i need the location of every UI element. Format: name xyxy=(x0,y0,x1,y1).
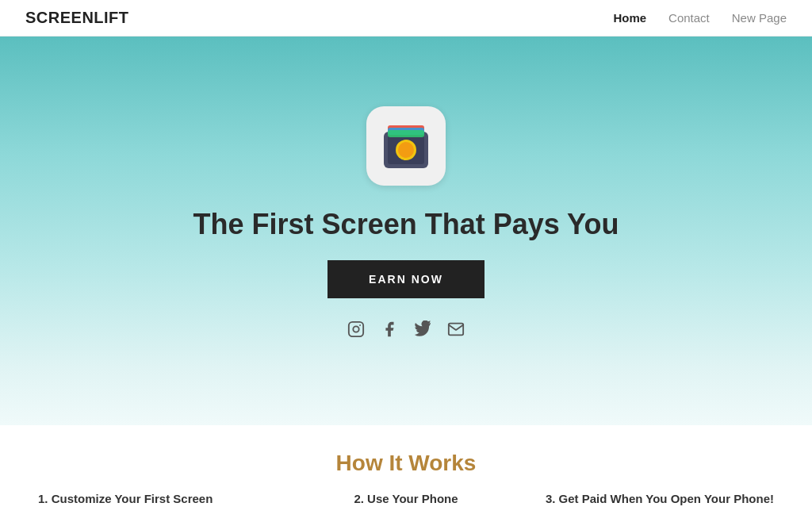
svg-rect-7 xyxy=(349,321,363,336)
site-logo: SCREENLIFT xyxy=(25,9,129,27)
facebook-icon[interactable] xyxy=(381,320,398,340)
app-icon xyxy=(366,106,446,186)
svg-rect-4 xyxy=(388,130,424,137)
step-1: 1. Customize Your First Screen xyxy=(38,492,283,505)
nav-new-page[interactable]: New Page xyxy=(732,11,787,25)
steps-row: 1. Customize Your First Screen 2. Use Yo… xyxy=(25,492,787,505)
svg-point-9 xyxy=(359,324,361,326)
svg-point-8 xyxy=(353,326,358,332)
main-nav: Home Contact New Page xyxy=(613,11,787,25)
nav-home[interactable]: Home xyxy=(613,11,646,25)
site-header: SCREENLIFT Home Contact New Page xyxy=(0,0,812,36)
email-icon[interactable] xyxy=(447,320,465,340)
how-it-works-section: How It Works 1. Customize Your First Scr… xyxy=(0,425,812,505)
earn-now-button[interactable]: EARN NOW xyxy=(327,260,485,298)
hero-title: The First Screen That Pays You xyxy=(193,208,619,241)
step-3: 3. Get Paid When You Open Your Phone! xyxy=(529,492,774,505)
step-2: 2. Use Your Phone xyxy=(283,492,528,505)
twitter-icon[interactable] xyxy=(414,320,431,340)
how-it-works-title: How It Works xyxy=(25,451,787,476)
svg-point-6 xyxy=(398,142,414,158)
nav-contact[interactable]: Contact xyxy=(668,11,710,25)
hero-section: The First Screen That Pays You EARN NOW xyxy=(0,36,812,425)
social-icons-row xyxy=(347,320,465,340)
instagram-icon[interactable] xyxy=(347,320,365,340)
